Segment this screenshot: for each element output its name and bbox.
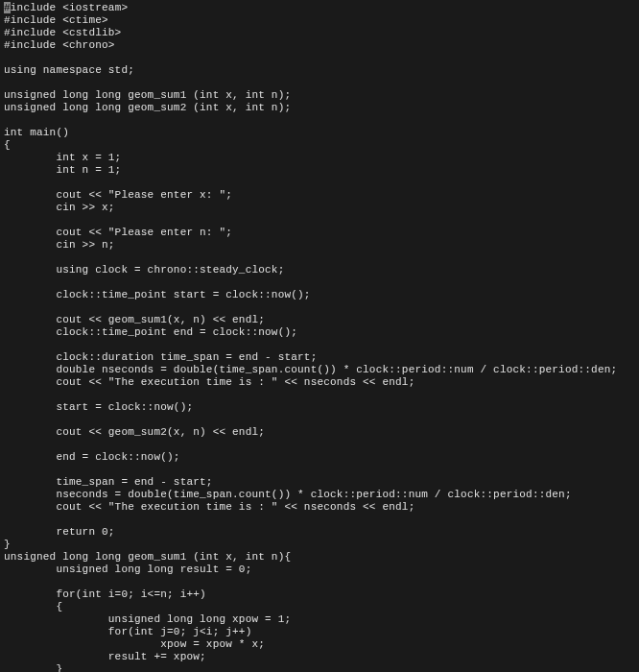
code-line: cin >> x; — [4, 202, 115, 213]
code-line: xpow = xpow * x; — [4, 638, 265, 650]
code-line: unsigned long long geom_sum2 (int x, int… — [4, 102, 291, 113]
code-editor[interactable]: #include <iostream> #include <ctime> #in… — [0, 0, 639, 672]
code-line: for(int i=0; i<=n; i++) — [4, 588, 206, 600]
code-line: cout << "Please enter n: "; — [4, 227, 232, 238]
code-line: for(int j=0; j<i; j++) — [4, 626, 251, 637]
code-line: unsigned long long geom_sum1 (int x, int… — [4, 89, 291, 101]
code-line: nseconds = double(time_span.count()) * c… — [4, 489, 572, 500]
code-line: clock::time_point start = clock::now(); — [4, 289, 311, 300]
code-line: #include <cstdlib> — [4, 27, 121, 38]
code-line: #include <ctime> — [4, 14, 108, 26]
code-line: int n = 1; — [4, 164, 121, 176]
code-line: double nseconds = double(time_span.count… — [4, 364, 617, 375]
code-line: cin >> n; — [4, 239, 115, 251]
code-line: unsigned long long result = 0; — [4, 564, 251, 575]
code-line: { — [4, 139, 11, 151]
code-line: unsigned long long geom_sum1 (int x, int… — [4, 551, 291, 563]
code-line: cout << "The execution time is : " << ns… — [4, 376, 414, 388]
code-line: unsigned long long xpow = 1; — [4, 613, 291, 625]
code-line: cout << geom_sum2(x, n) << endl; — [4, 426, 265, 438]
code-line: #include <chrono> — [4, 39, 115, 51]
code-line: result += xpow; — [4, 651, 206, 662]
code-line: } — [4, 663, 62, 672]
code-line: int main() — [4, 127, 69, 138]
code-line: { — [4, 601, 62, 612]
code-line: clock::time_point end = clock::now(); — [4, 326, 297, 338]
code-line: end = clock::now(); — [4, 451, 180, 463]
code-line: time_span = end - start; — [4, 476, 213, 488]
code-line: cout << "Please enter x: "; — [4, 189, 232, 201]
code-line: using namespace std; — [4, 64, 134, 76]
code-line: using clock = chrono::steady_clock; — [4, 264, 284, 276]
code-line: } — [4, 539, 11, 550]
code-line: cout << "The execution time is : " << ns… — [4, 501, 414, 513]
cursor: # — [4, 2, 11, 13]
code-line: start = clock::now(); — [4, 401, 193, 413]
code-line: int x = 1; — [4, 152, 121, 163]
code-line: clock::duration time_span = end - start; — [4, 351, 317, 363]
code-line: return 0; — [4, 526, 115, 538]
code-line: include <iostream> — [11, 2, 128, 13]
code-line: cout << geom_sum1(x, n) << endl; — [4, 314, 265, 325]
